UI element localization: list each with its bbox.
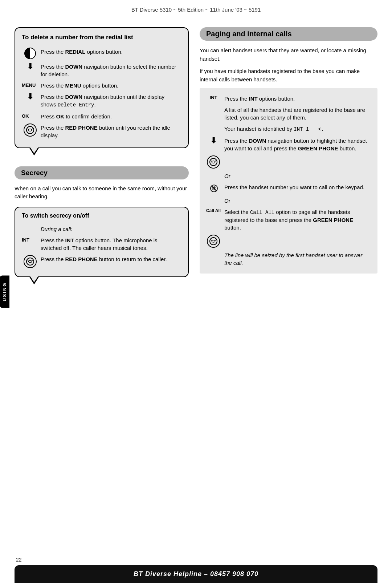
paging-call-all-text: Select the Call All option to page all t… [224,206,372,234]
paging-list: A list of all the handsets that are regi… [205,104,372,123]
step-redial-text: Press the REDIAL options button. [41,46,181,61]
svg-line-2 [28,129,29,130]
delete-steps-table: Press the REDIAL options button. ⬇ Press… [22,46,181,141]
svg-line-3 [32,129,33,130]
paging-list-text: A list of all the handsets that are regi… [224,104,372,123]
secrecy-box-title: To switch secrecy on/off [22,212,181,219]
secrecy-phone-icon [24,255,37,268]
secrecy-intro: When on a call you can talk to someone i… [15,185,189,201]
step-ok-text: Press OK to confirm deletion. [41,111,181,122]
svg-line-11 [215,161,216,162]
paging-heading: Paging and internal calls [200,27,377,41]
paging-identified-icon [205,123,224,135]
paging-list-icon [205,104,224,123]
step-redial: Press the REDIAL options button. [22,46,181,61]
footer-text: BT Diverse Helpline – 08457 908 070 [134,570,258,578]
down-arrow-icon-2: ⬇ [27,93,33,101]
svg-point-1 [29,129,32,131]
svg-point-0 [26,126,34,134]
paging-identified: Your handset is identified by INT 1 <. [205,123,372,135]
paging-intro2: If you have multiple handsets registered… [200,67,377,84]
svg-point-5 [29,260,32,263]
paging-italic-note-text: The line will be seized by the first han… [224,250,372,268]
green-phone-icon-2 [207,235,220,248]
paging-green-phone [205,154,372,170]
svg-line-6 [28,260,29,261]
secrecy-heading: Secrecy [15,166,189,179]
ok-label: OK [22,111,41,122]
down-arrow-icon-1: ⬇ [27,62,33,70]
side-tab: USING [0,275,9,308]
svg-point-4 [26,258,34,265]
paging-italic-note: The line will be seized by the first han… [205,250,372,268]
step-menu-text: Press the MENU options button. [41,80,181,91]
delete-box-title: To delete a number from the redial list [22,34,181,41]
paging-down-icon: ⬇ [205,135,224,154]
secrecy-box: To switch secrecy on/off During a call: … [15,207,189,277]
svg-line-7 [32,260,33,261]
secrecy-phone-icon-cell [22,254,41,270]
step-down1-text: Press the DOWN navigation button to sele… [41,61,181,80]
paging-green-phone2-text [224,233,372,250]
paging-int: INT Press the INT options button. [205,93,372,104]
page-footer: BT Diverse Helpline – 08457 908 070 [15,565,377,583]
paging-call-all: Call All Select the Call All option to p… [205,206,372,234]
paging-or1: Or [205,170,372,182]
paging-green-phone-icon-cell [205,154,224,170]
secrecy-during: During a call: [22,223,181,235]
paging-or2: Or [205,195,372,206]
step-red-phone: Press the RED PHONE button until you rea… [22,122,181,141]
step-down1: ⬇ Press the DOWN navigation button to se… [22,61,181,80]
step-down2: ⬇ Press the DOWN navigation button until… [22,91,181,111]
svg-line-15 [215,240,216,241]
secrecy-int-text: Press the INT options button. The microp… [41,235,181,254]
secrecy-int-label: INT [22,235,41,254]
paging-or2-icon [205,195,224,206]
secrecy-during-icon [22,223,41,235]
paging-green-phone-text [224,154,372,170]
red-phone-icon [24,124,37,137]
right-column: Paging and internal calls You can alert … [200,27,377,274]
step-menu: MENU Press the MENU options button. [22,80,181,91]
paging-down-text: Press the DOWN navigation button to high… [224,135,372,154]
step-down1-icon: ⬇ [22,61,41,80]
paging-int-text: Press the INT options button. [224,93,372,104]
secrecy-phone: Press the RED PHONE button to return to … [22,254,181,270]
secrecy-phone-text: Press the RED PHONE button to return to … [41,254,181,270]
page-number: 22 [16,557,22,563]
svg-point-12 [210,238,217,245]
left-column: To delete a number from the redial list … [15,27,189,277]
paging-identified-text: Your handset is identified by INT 1 <. [224,123,372,135]
header-title: BT Diverse 5310 ~ 5th Edition ~ 11th Jun… [131,7,261,13]
secrecy-during-text: During a call: [41,223,181,235]
paging-or1-text: Or [224,170,372,182]
paging-steps-table: INT Press the INT options button. A list… [205,93,372,268]
half-circle-icon [24,48,36,59]
paging-keypad: ⌗⃠ Press the handset number you want to … [205,182,372,195]
svg-point-13 [212,240,215,242]
paging-or1-icon [205,170,224,182]
paging-down-arrow-icon: ⬇ [210,137,217,145]
delete-number-box: To delete a number from the redial list … [15,27,189,148]
svg-line-14 [211,240,212,241]
paging-green-phone2 [205,233,372,250]
page-header: BT Diverse 5310 ~ 5th Edition ~ 11th Jun… [0,0,392,16]
step-redial-icon [22,46,41,61]
paging-down: ⬇ Press the DOWN navigation button to hi… [205,135,372,154]
paging-call-all-label: Call All [205,206,224,234]
svg-point-8 [210,158,217,166]
keypad-icon: ⌗⃠ [212,183,216,193]
svg-line-10 [211,161,212,162]
green-phone-icon [207,155,220,169]
step-red-phone-text: Press the RED PHONE button until you rea… [41,122,181,141]
paging-steps-wrap: INT Press the INT options button. A list… [200,88,377,274]
secrecy-int: INT Press the INT options button. The mi… [22,235,181,254]
menu-label: MENU [22,80,41,91]
paging-italic-note-icon [205,250,224,268]
step-ok: OK Press OK to confirm deletion. [22,111,181,122]
secrecy-steps-table: During a call: INT Press the INT options… [22,223,181,270]
secrecy-section: Secrecy When on a call you can talk to s… [15,166,189,277]
svg-point-9 [212,161,215,163]
paging-keypad-icon-cell: ⌗⃠ [205,182,224,195]
paging-green-phone2-icon-cell [205,233,224,250]
